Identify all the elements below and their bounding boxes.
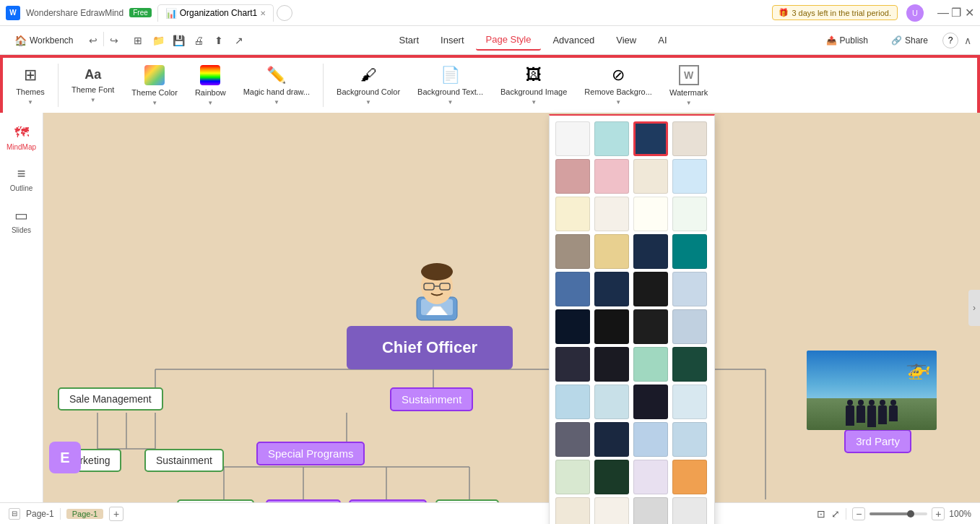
color-swatch-s3[interactable] [633,121,668,156]
redo-button[interactable]: ↪ [105,32,123,49]
chief-officer-box[interactable]: Chief Officer [347,326,513,369]
color-swatch-s31[interactable] [633,385,668,419]
color-swatch-s8[interactable] [672,159,707,194]
add-page-button[interactable]: + [109,507,123,521]
color-swatch-s16[interactable] [672,234,707,269]
sidebar-mindmap[interactable]: 🗺 MindMap [3,119,40,157]
node-special-programs[interactable]: Special Programs [256,442,365,465]
open-button[interactable]: 📁 [149,31,168,50]
sidebar-slides[interactable]: ▭ Slides [3,201,40,240]
node-sustainment[interactable]: Sustainment [390,387,473,411]
close-button[interactable]: ✕ [964,8,974,18]
color-swatch-s43[interactable] [633,497,668,524]
zoom-slider[interactable] [870,512,927,515]
main-canvas[interactable]: Chief Officer Sale Management Marketing … [43,113,980,502]
color-swatch-s32[interactable] [672,385,707,419]
node-sale-management[interactable]: Sale Management [58,387,163,411]
ribbon-themes[interactable]: ⊞ Themes ▼ [9,58,52,113]
color-swatch-s40[interactable] [672,460,707,494]
color-swatch-s23[interactable] [633,309,668,344]
ribbon-magic-hand[interactable]: ✏️ Magic hand draw... ▼ [236,58,317,113]
color-swatch-s15[interactable] [633,234,668,269]
new-button[interactable]: ⊞ [129,31,147,50]
help-button[interactable]: ? [942,33,958,48]
ribbon-rainbow[interactable]: Rainbow ▼ [188,58,233,113]
tab-org[interactable]: 📊 Organization Chart1 ✕ [157,4,274,22]
page-tab-active[interactable]: Page-1 [66,509,103,519]
ribbon-bg-image[interactable]: 🖼 Background Image ▼ [493,58,574,113]
color-swatch-s5[interactable] [555,159,590,194]
color-swatch-s44[interactable] [672,497,707,524]
fit-button[interactable]: ⊡ [817,508,825,520]
color-swatch-s7[interactable] [633,159,668,194]
ribbon-theme-color[interactable]: Theme Color ▼ [124,58,185,113]
color-swatch-s37[interactable] [555,460,590,494]
color-swatch-s24[interactable] [672,309,707,344]
tab-close-icon[interactable]: ✕ [260,9,266,17]
color-swatch-s1[interactable] [555,121,590,156]
print-button[interactable]: 🖨 [189,31,208,50]
collapse-button[interactable]: ∧ [964,35,971,46]
color-swatch-s27[interactable] [633,347,668,382]
menu-view[interactable]: View [606,30,646,50]
color-swatch-s28[interactable] [672,347,707,382]
ribbon-bg-text[interactable]: 📄 Background Text... ▼ [410,58,490,113]
color-swatch-s21[interactable] [555,309,590,344]
color-swatch-s2[interactable] [594,121,629,156]
node-3rd-party[interactable]: 3rd Party [844,429,911,453]
theme-font-icon: Aa [84,67,101,82]
color-swatch-s36[interactable] [672,422,707,457]
color-swatch-s29[interactable] [555,385,590,419]
color-swatch-s6[interactable] [594,159,629,194]
tab-add-button[interactable] [277,5,292,21]
ribbon-remove-bg[interactable]: ⊘ Remove Backgro... ▼ [577,58,659,113]
color-swatch-s12[interactable] [672,197,707,231]
user-avatar[interactable]: U [906,4,924,22]
publish-button[interactable]: 📤 Publish [818,32,877,49]
ribbon-watermark[interactable]: W Watermark ▼ [662,58,715,113]
color-swatch-s41[interactable] [555,497,590,524]
ribbon-bg-color[interactable]: 🖌 Background Color ▼ [329,58,407,113]
ribbon-theme-font[interactable]: Aa Theme Font ▼ [64,58,121,113]
color-swatch-s33[interactable] [555,422,590,457]
menu-start[interactable]: Start [389,30,429,50]
zoom-out-button[interactable]: − [852,507,865,520]
color-swatch-s38[interactable] [594,460,629,494]
minimize-button[interactable]: — [938,8,948,18]
sidebar-outline[interactable]: ≡ Outline [3,160,40,198]
menu-advanced[interactable]: Advanced [542,30,604,50]
zoom-in-button[interactable]: + [932,507,945,520]
maximize-button[interactable]: ❐ [951,8,961,18]
expand-button[interactable]: ⤢ [831,508,840,520]
right-collapse-handle[interactable]: › [968,290,980,326]
menu-page-style[interactable]: Page Style [476,30,542,51]
color-swatch-s17[interactable] [555,272,590,306]
color-swatch-s13[interactable] [555,234,590,269]
menu-ai[interactable]: AI [648,30,677,50]
color-swatch-s34[interactable] [594,422,629,457]
share-button[interactable]: 🔗 Share [883,32,937,49]
watermark-arrow: ▼ [686,100,692,106]
share-icon-btn[interactable]: ↗ [230,31,248,50]
export-button[interactable]: ⬆ [209,31,228,50]
menu-insert[interactable]: Insert [430,30,474,50]
color-swatch-s35[interactable] [633,422,668,457]
color-swatch-s39[interactable] [633,460,668,494]
color-swatch-s22[interactable] [594,309,629,344]
save-button[interactable]: 💾 [169,31,188,50]
color-swatch-s11[interactable] [633,197,668,231]
workbench-button[interactable]: 🏠 Workbench [9,32,79,49]
color-swatch-s14[interactable] [594,234,629,269]
color-swatch-s19[interactable] [633,272,668,306]
color-swatch-s30[interactable] [594,385,629,419]
node-sale[interactable]: Sustainment [144,449,224,472]
color-swatch-s18[interactable] [594,272,629,306]
color-swatch-s26[interactable] [594,347,629,382]
undo-button[interactable]: ↩ [84,32,102,49]
color-swatch-s25[interactable] [555,347,590,382]
color-swatch-s20[interactable] [672,272,707,306]
color-swatch-s42[interactable] [594,497,629,524]
color-swatch-s9[interactable] [555,197,590,231]
color-swatch-s4[interactable] [672,121,707,156]
color-swatch-s10[interactable] [594,197,629,231]
